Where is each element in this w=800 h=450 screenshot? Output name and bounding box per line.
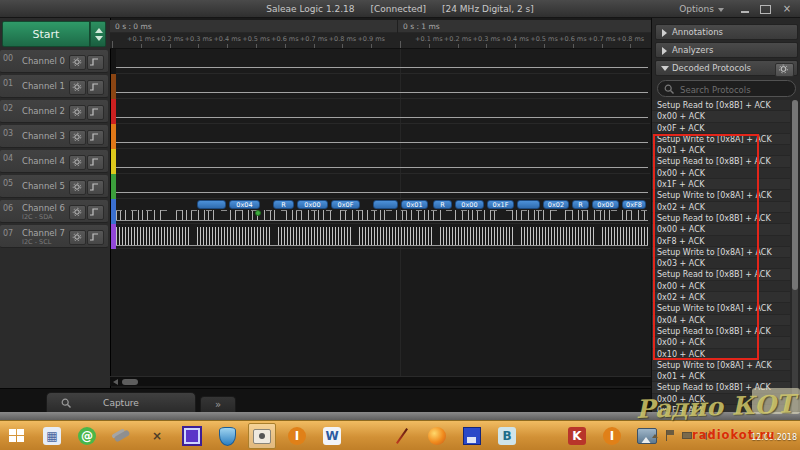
protocols-scrollbar[interactable]: [792, 100, 798, 412]
bar-chart-app-icon[interactable]: [530, 425, 554, 447]
start-options-stepper[interactable]: [90, 21, 106, 47]
channel-number: 03: [3, 129, 13, 138]
channel-row-06[interactable]: 06Channel 6I2C - SDA: [0, 200, 108, 223]
waveform-row-2[interactable]: [116, 99, 650, 124]
channel-trigger-button[interactable]: [87, 55, 104, 70]
channel-trigger-button[interactable]: [87, 155, 104, 170]
minimize-button[interactable]: [736, 2, 754, 16]
protocol-result-row[interactable]: 0x0F + ACK: [652, 123, 790, 134]
i2c-decode-bubble: [197, 200, 226, 209]
timeline-tick-label: +0.3 ms: [473, 35, 501, 43]
channel-trigger-button[interactable]: [87, 180, 104, 195]
mailru-agent-icon[interactable]: @: [75, 425, 99, 447]
chip-icon[interactable]: [180, 425, 204, 447]
channel-settings-button[interactable]: [69, 105, 86, 120]
channel-row-01[interactable]: 01Channel 1: [0, 75, 108, 98]
tab-overflow[interactable]: »: [200, 396, 236, 413]
scroll-left-arrow-icon[interactable]: [113, 379, 118, 385]
waveform-row-5[interactable]: [116, 174, 650, 199]
channel-row-02[interactable]: 02Channel 2: [0, 100, 108, 123]
channel-trigger-button[interactable]: [87, 130, 104, 145]
channel-settings-button[interactable]: [69, 55, 86, 70]
channel-name: Channel 6: [22, 203, 65, 213]
tray-battery-icon[interactable]: [682, 432, 692, 439]
key-tool-icon[interactable]: [110, 425, 134, 447]
waveform-row-4[interactable]: [116, 149, 650, 174]
install-orange-icon[interactable]: I: [285, 425, 309, 447]
channel-row-04[interactable]: 04Channel 4: [0, 150, 108, 173]
protocol-result-row[interactable]: Setup Write to [0x8A] + ACK: [652, 360, 790, 371]
windows-start-icon[interactable]: [5, 425, 29, 447]
logic-low-line: [116, 67, 648, 68]
horizontal-scrollbar[interactable]: [110, 376, 651, 386]
analyzers-header[interactable]: Analyzers: [655, 42, 798, 58]
gray-app-icon[interactable]: [355, 425, 379, 447]
channel-row-00[interactable]: 00Channel 0: [0, 50, 108, 73]
maximize-button[interactable]: [756, 2, 774, 16]
capture-tab-icon: [61, 398, 72, 409]
protocol-result-row[interactable]: 0x01 + ACK: [652, 371, 790, 382]
firefox-icon[interactable]: [425, 425, 449, 447]
waveform-row-1[interactable]: [116, 74, 650, 99]
annotation-highlight-rectangle: [653, 134, 759, 360]
protocols-settings-button[interactable]: [775, 63, 794, 77]
waveform-row-3[interactable]: [116, 124, 650, 149]
red-awl-shape: [396, 428, 408, 444]
horizontal-scrollbar-thumb[interactable]: [122, 379, 138, 385]
search-box[interactable]: [657, 80, 796, 97]
tray-up-arrow-icon[interactable]: [652, 434, 658, 438]
decoded-protocols-header[interactable]: Decoded Protocols: [655, 60, 798, 76]
calculator-icon[interactable]: ▦: [40, 425, 64, 447]
close-button[interactable]: ×: [778, 2, 796, 16]
tab-capture[interactable]: Capture: [46, 392, 196, 413]
orange-i-app-icon[interactable]: I: [600, 425, 624, 447]
start-button[interactable]: Start: [2, 21, 90, 47]
i2c-decode-bubble: 0x0F: [331, 200, 360, 209]
protocol-result-row[interactable]: Setup Read to [0x8B] + ACK: [652, 100, 790, 111]
timeline-tick-label: +0.2 ms: [156, 35, 184, 43]
timeline-tick-label: +0.1 ms: [127, 35, 155, 43]
channel-settings-button[interactable]: [69, 230, 86, 245]
logic-low-line: [116, 142, 648, 143]
channel-row-05[interactable]: 05Channel 5: [0, 175, 108, 198]
orange-i-app-glyph: I: [603, 427, 621, 445]
trigger-edge-icon: [89, 107, 101, 117]
waveform-row-7[interactable]: [116, 224, 650, 249]
timeline-ruler-ticks[interactable]: +0.1 ms+0.2 ms+0.3 ms+0.4 ms+0.5 ms+0.6 …: [110, 33, 651, 49]
word-document-icon[interactable]: W: [320, 425, 344, 447]
windows-logo-icon: [9, 429, 25, 443]
channel-row-03[interactable]: 03Channel 3: [0, 125, 108, 148]
channel-settings-button[interactable]: [69, 155, 86, 170]
channel-trigger-button[interactable]: [87, 230, 104, 245]
timeline-tick-mark: [515, 44, 516, 48]
protocol-result-row[interactable]: 0x00 + ACK: [652, 111, 790, 122]
timeline-ruler-major[interactable]: 0 s : 0 ms0 s : 1 ms: [110, 20, 651, 33]
tray-flag-icon[interactable]: [666, 430, 667, 441]
screenshot-tool-icon[interactable]: [250, 425, 274, 447]
save-floppy-icon[interactable]: [460, 425, 484, 447]
red-k-app-icon[interactable]: K: [565, 425, 589, 447]
bascom-avr-icon[interactable]: B: [495, 425, 519, 447]
annotations-header[interactable]: Annotations: [655, 24, 798, 40]
channel-trigger-button[interactable]: [87, 205, 104, 220]
options-button[interactable]: Options: [675, 0, 728, 18]
channel-row-07[interactable]: 07Channel 7I2C - SCL: [0, 225, 108, 248]
timeline-tick-label: +0.7 ms: [300, 35, 328, 43]
channel-settings-button[interactable]: [69, 180, 86, 195]
x-tool-icon[interactable]: ×: [145, 425, 169, 447]
waveform-rows[interactable]: [116, 49, 650, 249]
protocols-scrollbar-thumb[interactable]: [792, 100, 798, 290]
defender-shield-icon[interactable]: [215, 425, 239, 447]
channel-trigger-button[interactable]: [87, 80, 104, 95]
channel-settings-button[interactable]: [69, 80, 86, 95]
channel-settings-button[interactable]: [69, 130, 86, 145]
channel-trigger-button[interactable]: [87, 105, 104, 120]
waveform-row-0[interactable]: [116, 49, 650, 74]
search-input[interactable]: [678, 82, 792, 97]
titlebar: Saleae Logic 1.2.18[Connected][24 MHz Di…: [0, 0, 800, 18]
channel-settings-button[interactable]: [69, 205, 86, 220]
gear-icon: [776, 64, 791, 74]
red-awl-icon[interactable]: [390, 425, 414, 447]
channel-number: 04: [3, 154, 13, 163]
logic-low-line: [116, 192, 648, 193]
